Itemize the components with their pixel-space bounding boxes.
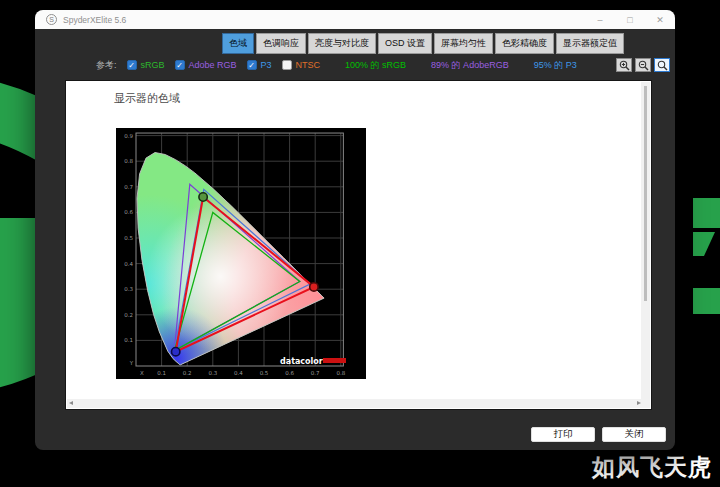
- tab-亮度与对比度[interactable]: 亮度与对比度: [308, 33, 376, 54]
- minimize-button[interactable]: –: [585, 10, 615, 29]
- checkbox-label-sRGB: sRGB: [141, 60, 165, 70]
- svg-text:0.7: 0.7: [311, 370, 320, 376]
- reference-toolbar: 参考: ✓sRGB✓Adobe RGB✓P3NTSC 100% 的 sRGB89…: [96, 56, 670, 74]
- wallpaper-letter-right: [690, 196, 720, 326]
- coverage-result: 89% 的 AdobeRGB: [431, 59, 509, 72]
- close-button[interactable]: ✕: [645, 10, 675, 29]
- checkbox-P3[interactable]: ✓: [247, 60, 257, 70]
- svg-text:0.5: 0.5: [124, 235, 133, 241]
- window-controls: – □ ✕: [585, 10, 675, 29]
- page-title: 显示器的色域: [114, 91, 180, 106]
- button-关闭[interactable]: 关闭: [602, 427, 666, 442]
- svg-text:0.9: 0.9: [124, 133, 133, 139]
- checkbox-label-P3: P3: [261, 60, 272, 70]
- svg-text:0.2: 0.2: [183, 370, 192, 376]
- watermark-text: 如风飞天虎: [592, 452, 712, 483]
- checkbox-sRGB[interactable]: ✓: [127, 60, 137, 70]
- checkbox-label-Adobe RGB: Adobe RGB: [189, 60, 237, 70]
- svg-text:0.3: 0.3: [208, 370, 217, 376]
- footer-buttons: 打印关闭: [531, 427, 666, 442]
- zoom-in-icon: [619, 60, 630, 71]
- tab-色域[interactable]: 色域: [222, 33, 254, 54]
- checkbox-item-P3[interactable]: ✓P3: [247, 60, 272, 70]
- svg-text:0.5: 0.5: [260, 370, 269, 376]
- coverage-result: 95% 的 P3: [534, 59, 577, 72]
- app-window: S SpyderXElite 5.6 – □ ✕ 色域色调响应亮度与对比度OSD…: [35, 10, 675, 450]
- desktop-background: G 如风飞天虎 S SpyderXElite 5.6 – □ ✕ 色域色调响应亮…: [0, 0, 720, 487]
- scroll-left-icon[interactable]: [69, 401, 73, 405]
- magnifier-button[interactable]: [654, 58, 670, 72]
- coverage-result: 100% 的 sRGB: [345, 59, 406, 72]
- zoom-out-icon: [638, 60, 649, 71]
- checkbox-item-sRGB[interactable]: ✓sRGB: [127, 60, 165, 70]
- svg-text:0.2: 0.2: [124, 312, 133, 318]
- app-logo-icon: S: [46, 14, 57, 25]
- svg-text:0.7: 0.7: [124, 184, 133, 190]
- tab-strip: 色域色调响应亮度与对比度OSD 设置屏幕均匀性色彩精确度显示器额定值: [222, 33, 624, 54]
- svg-text:0.8: 0.8: [124, 158, 133, 164]
- vertical-scrollbar-thumb[interactable]: [644, 86, 647, 301]
- checkbox-item-NTSC[interactable]: NTSC: [282, 60, 321, 70]
- checkbox-item-Adobe RGB[interactable]: ✓Adobe RGB: [175, 60, 237, 70]
- svg-text:0.4: 0.4: [124, 261, 133, 267]
- magnifier-icon: [657, 60, 668, 71]
- tab-显示器额定值[interactable]: 显示器额定值: [556, 33, 624, 54]
- reference-label: 参考:: [96, 59, 117, 72]
- button-打印[interactable]: 打印: [531, 427, 595, 442]
- content-panel: 显示器的色域 X0.10.20.30.40.50.60.70.8Y0.10.20…: [65, 80, 652, 410]
- svg-text:0.1: 0.1: [157, 370, 166, 376]
- svg-text:0.6: 0.6: [124, 209, 133, 215]
- checkbox-Adobe RGB[interactable]: ✓: [175, 60, 185, 70]
- tab-色调响应[interactable]: 色调响应: [256, 33, 306, 54]
- svg-text:X: X: [140, 370, 144, 376]
- zoom-in-button[interactable]: [616, 58, 632, 72]
- gamut-chart-svg: X0.10.20.30.40.50.60.70.8Y0.10.20.30.40.…: [116, 128, 366, 379]
- coverage-results: 100% 的 sRGB89% 的 AdobeRGB95% 的 P3: [320, 59, 577, 72]
- svg-text:0.8: 0.8: [336, 370, 345, 376]
- svg-text:0.6: 0.6: [285, 370, 294, 376]
- checkbox-NTSC[interactable]: [282, 60, 292, 70]
- svg-text:0.4: 0.4: [234, 370, 243, 376]
- maximize-button[interactable]: □: [615, 10, 645, 29]
- window-title: SpyderXElite 5.6: [63, 15, 126, 25]
- svg-text:datacolor: datacolor: [280, 357, 323, 366]
- svg-text:0.3: 0.3: [124, 286, 133, 292]
- svg-text:Y: Y: [129, 360, 134, 366]
- zoom-out-button[interactable]: [635, 58, 651, 72]
- reference-items: ✓sRGB✓Adobe RGB✓P3NTSC: [117, 60, 321, 70]
- checkbox-label-NTSC: NTSC: [296, 60, 321, 70]
- gamut-chart: X0.10.20.30.40.50.60.70.8Y0.10.20.30.40.…: [116, 128, 366, 379]
- tab-OSD 设置[interactable]: OSD 设置: [378, 33, 432, 54]
- svg-text:0.1: 0.1: [124, 337, 133, 343]
- vertical-scrollbar[interactable]: [641, 82, 650, 400]
- tab-色彩精确度[interactable]: 色彩精确度: [495, 33, 554, 54]
- tab-屏幕均匀性[interactable]: 屏幕均匀性: [434, 33, 493, 54]
- horizontal-scrollbar[interactable]: [67, 399, 643, 408]
- title-bar[interactable]: S SpyderXElite 5.6 – □ ✕: [35, 10, 675, 29]
- zoom-button-group: [616, 58, 670, 72]
- scrollbar-corner: [641, 399, 650, 408]
